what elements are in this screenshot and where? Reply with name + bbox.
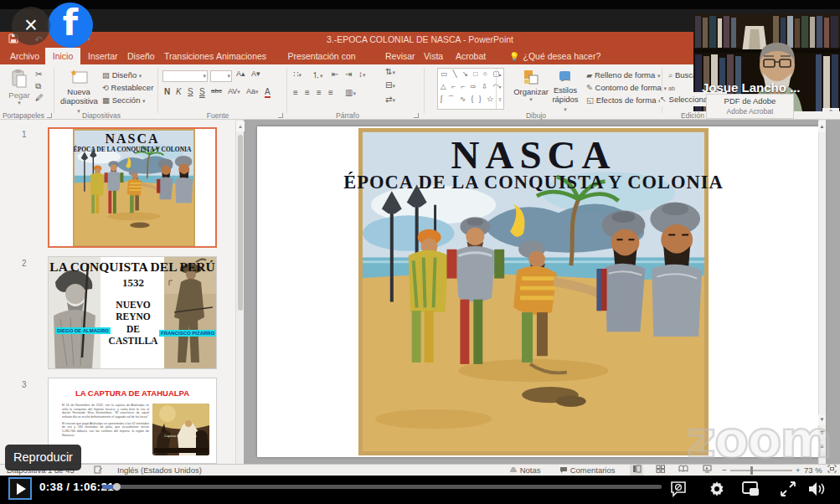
character-spacing-button[interactable]: AV▾ [228,87,240,95]
align-text-icon[interactable]: ⊟▾ [385,80,395,90]
current-slide-canvas[interactable]: NASCA ÉPOCA DE LA CONQUISTA Y COLONIA [257,126,825,457]
tab-revisar[interactable]: Revisar [380,48,417,64]
thumbnail-slide-1[interactable]: NASCA ÉPOCA DE LA CONQUISTA Y COLONIA [48,127,217,248]
collapse-ribbon-icon[interactable]: ⌃ [822,108,839,119]
bold-button[interactable]: N [164,87,170,96]
fullscreen-icon[interactable] [777,478,799,500]
thumb1-subtitle: ÉPOCA DE LA CONQUISTA Y COLONIA [49,146,215,153]
change-case-button[interactable]: Aa▾ [246,87,259,95]
parrafo-dialog-launcher[interactable] [414,113,419,118]
progress-handle[interactable] [113,483,121,491]
comments-disabled-icon[interactable] [667,478,689,500]
shape-effects-button[interactable]: ◱ Efectos de forma ▾ [586,95,662,105]
thumbnail-scrollbar[interactable]: ▲ [235,120,244,464]
shape-gallery[interactable]: ▭ ╲ ↘ □ ○ ▢ △ ⌐ ⌐ ⇨ ⇩ ◠ ʃ ⌒ ∿ { } ☆ ▲▼⊽ [437,68,504,110]
thumb2-title: LA CONQUISTA DEL PERÚ [49,260,216,275]
numbering-icon[interactable]: ⒈▾ [312,69,323,81]
slide-sorter-view-icon[interactable] [653,465,667,476]
tab-diseno[interactable]: Diseño [122,48,157,64]
volume-icon[interactable] [806,478,827,500]
screen: ↶ ▾ 3.-EPOCA COLONIAL DE NASCA - PowerPo… [0,0,840,504]
settings-gear-icon[interactable] [706,478,728,500]
thumb1-title: NASCA [49,131,215,147]
reset-icon: ⟲ [102,83,111,92]
tab-inicio[interactable]: Inicio [45,48,80,64]
shape-gallery-row-2[interactable]: △ ⌐ ⌐ ⇨ ⇩ ◠ [441,82,501,90]
align-left-icon[interactable]: ≡ [293,88,298,97]
strikethrough-button[interactable]: abc [211,87,222,95]
tab-insertar[interactable]: Insertar [83,48,121,64]
shrink-font-button[interactable]: A▾ [251,69,260,78]
bullets-icon[interactable]: ∷▾ [293,69,301,79]
reset-button[interactable]: ⟲ Restablecer [102,83,153,92]
thumb2-label-right: FRANCISCO PIZARRO [159,330,216,337]
thumb3-number: 3 [22,380,27,389]
align-right-icon[interactable]: ≡ [317,88,322,97]
shape-outline-button[interactable]: ✎ Contorno de forma ▾ [586,83,667,92]
tab-transiciones[interactable]: Transiciones [159,48,211,64]
columns-icon[interactable]: ▥▾ [345,88,356,97]
font-color-button[interactable]: A [265,87,271,98]
tab-animaciones[interactable]: Animaciones [211,48,263,64]
new-slide-icon [69,69,89,85]
shape-gallery-row-3[interactable]: ʃ ⌒ ∿ { } ☆ [441,95,496,105]
thumbnail-slide-2[interactable]: LA CONQUISTA DEL PERÚ 1532 NUEVO REYNO D… [48,256,217,369]
scroll-up-icon[interactable]: ▲ [818,121,826,132]
tab-presentacion[interactable]: Presentación con diapositivas [265,48,379,64]
clipboard-icon [11,69,28,89]
shape-fill-button[interactable]: ▰ Relleno de forma ▾ [586,70,660,80]
tab-acrobat[interactable]: Acrobat [451,48,491,64]
quick-styles-button[interactable]: Estilos rápidos ▾ [551,69,580,113]
portapapeles-dialog-launcher[interactable] [47,113,52,118]
pdf-de-adobe-button[interactable]: PDF de Adobe [707,96,793,105]
cut-icon[interactable]: ✂ [35,69,42,79]
arrange-button[interactable]: Organizar▾ [513,69,549,103]
paste-button[interactable]: Pegar▾ [5,69,33,106]
tell-me-box[interactable]: 💡¿Qué desea hacer? [509,48,600,64]
group-label-fuente: Fuente [193,111,243,120]
copy-icon[interactable]: ⧉ [35,81,41,91]
shape-gallery-scroll[interactable]: ▲▼⊽ [496,69,503,109]
close-icon[interactable]: × [12,7,50,45]
align-center-icon[interactable]: ≡ [305,88,310,97]
language-indicator[interactable]: Inglés (Estados Unidos) [117,465,202,476]
facebook-logo[interactable]: f [48,3,93,48]
tab-archivo[interactable]: Archivo [5,48,42,64]
arrange-icon [523,69,539,85]
double-underline-button[interactable]: S [199,87,205,96]
normal-view-icon[interactable] [630,465,643,476]
format-painter-icon[interactable]: 🖉 [35,93,44,102]
line-spacing-icon[interactable]: ↕▾ [358,69,366,79]
text-direction-icon[interactable]: ⇅▾ [385,67,395,76]
thumb3-painting: Captura de Atahualpa [152,404,209,455]
layout-button[interactable]: ▤ Diseño ▾ [102,70,142,80]
shape-gallery-row-1[interactable]: ▭ ╲ ↘ □ ○ ▢ [441,69,501,78]
decrease-indent-icon[interactable]: ⇤ [332,69,338,79]
find-icon: ⌕ [668,70,675,80]
italic-button[interactable]: K [176,87,182,96]
miniplayer-icon[interactable] [740,478,762,500]
increase-indent-icon[interactable]: ⇥ [345,69,352,79]
font-name-combobox[interactable]: ▾ [162,70,208,82]
thumb1-number: 1 [22,130,27,139]
lightbulb-icon: 💡 [509,52,519,61]
justify-icon[interactable]: ≡ [328,88,333,97]
adobe-acrobat-group[interactable]: PDF de Adobe Adobe Acrobat [706,94,794,119]
progress-bar[interactable] [102,485,662,489]
group-label-parrafo: Párrafo [322,111,373,120]
new-slide-button[interactable]: Nueva diapositiva ▾ [60,69,97,115]
thumb3-title: LA CAPTURA DE ATAHUALPA [49,388,216,398]
underline-button[interactable]: S [188,87,193,96]
fuente-dialog-launcher[interactable] [278,113,283,118]
smartart-convert-icon[interactable]: ⇄▾ [385,95,395,104]
main-slide-title: NASCA [358,132,709,177]
quick-styles-icon [558,69,573,84]
font-size-combobox[interactable]: ▾ [210,70,232,82]
play-icon [17,483,26,495]
section-button[interactable]: ▦ Sección ▾ [102,95,146,105]
zoom-slider[interactable] [730,470,792,471]
grow-font-button[interactable]: A▴ [236,69,245,78]
tab-vista[interactable]: Vista [419,48,447,64]
play-button[interactable] [8,477,32,500]
thumb2-label-left: DIEGO DE ALMAGRO [55,327,111,334]
